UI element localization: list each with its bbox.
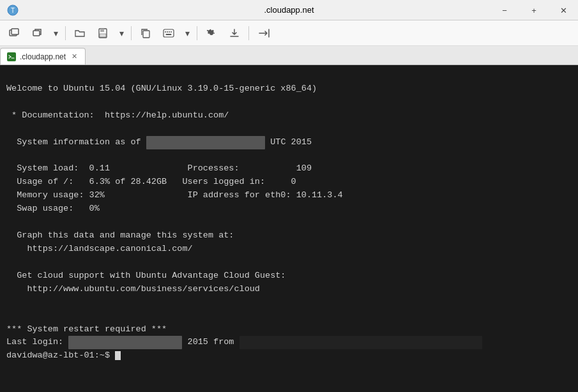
svg-rect-6: [100, 29, 104, 32]
terminal-line-2: * Documentation: https://help.ubuntu.com…: [6, 110, 229, 120]
window-title: .cloudapp.net: [264, 5, 314, 15]
svg-rect-7: [100, 34, 106, 37]
redacted-login-time: [68, 336, 182, 349]
tab-close-button[interactable]: ✕: [70, 52, 79, 61]
app-icon: T: [6, 4, 19, 17]
dropdown1-button[interactable]: ▾: [50, 24, 61, 42]
dropdown2-button[interactable]: ▾: [116, 24, 127, 42]
separator1: [65, 26, 66, 40]
save-button[interactable]: [93, 24, 113, 42]
terminal-window: Welcome to Ubuntu 15.04 (GNU/Linux 3.19.…: [0, 65, 578, 392]
svg-text:T: T: [11, 7, 15, 14]
close-button[interactable]: ✕: [549, 0, 578, 20]
new-window-button[interactable]: [4, 24, 24, 42]
connect-button[interactable]: [253, 24, 276, 42]
window-controls: − + ✕: [490, 0, 578, 20]
redacted-login-host: [240, 336, 483, 349]
settings-button[interactable]: [201, 24, 222, 42]
terminal-tab[interactable]: .cloudapp.net ✕: [0, 48, 86, 64]
separator4: [248, 26, 249, 40]
title-bar: T .cloudapp.net − + ✕: [0, 0, 578, 20]
svg-rect-3: [11, 29, 19, 34]
download-button[interactable]: [224, 24, 245, 42]
redacted-date: [146, 136, 265, 149]
toolbar: ▾ ▾ ▾: [0, 20, 578, 46]
minimize-button[interactable]: −: [490, 0, 519, 20]
tab-bar: .cloudapp.net ✕: [0, 46, 578, 65]
open-button[interactable]: [70, 24, 90, 42]
cursor: [115, 351, 121, 360]
keyboard-button[interactable]: [158, 24, 179, 42]
svg-rect-9: [164, 29, 174, 37]
svg-rect-8: [143, 31, 149, 38]
tab-label: .cloudapp.net: [20, 52, 66, 61]
dropdown3-button[interactable]: ▾: [181, 24, 193, 42]
separator2: [131, 26, 132, 40]
tab-icon: [7, 52, 16, 61]
separator3: [197, 26, 197, 40]
copy-button[interactable]: [135, 24, 156, 42]
terminal-line-3: System information as of UTC 2015 System…: [6, 137, 482, 361]
maximize-button[interactable]: +: [519, 0, 549, 20]
svg-rect-4: [33, 31, 40, 36]
restore-button[interactable]: [27, 24, 47, 42]
terminal-line-1: Welcome to Ubuntu 15.04 (GNU/Linux 3.19.…: [6, 84, 317, 93]
